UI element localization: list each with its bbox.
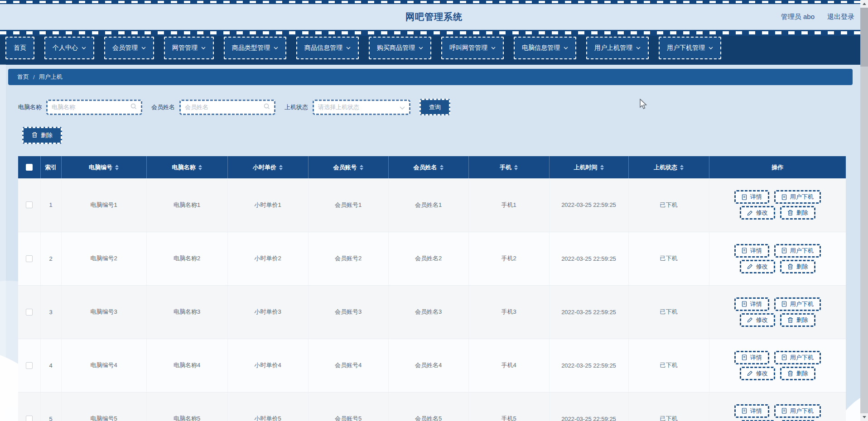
chevron-down-icon xyxy=(419,47,423,49)
vertical-scrollbar[interactable] xyxy=(860,0,868,421)
sort-icons[interactable] xyxy=(360,165,363,170)
table-row: 3 电脑编号3 电脑名称3 小时单价3 会员账号3 会员姓名3 手机3 2022… xyxy=(18,285,846,339)
main-nav: 首页 个人中心 会员管理 网管管理 商品类型管理 商品信息管理 购买商品管理 呼… xyxy=(0,36,868,65)
cell-status: 已下机 xyxy=(628,232,709,285)
select-all-cell xyxy=(18,156,40,178)
trash-icon xyxy=(787,370,793,377)
row-checkbox[interactable] xyxy=(26,362,33,369)
pencil-icon xyxy=(747,370,753,376)
nav-item-member-mgmt[interactable]: 会员管理 xyxy=(104,37,154,59)
row-delete-button[interactable]: 删除 xyxy=(780,260,815,273)
table-row: 5 电脑编号5 电脑名称5 小时单价5 会员账号5 会员姓名5 手机5 2022… xyxy=(18,392,846,421)
detail-button[interactable]: 详情 xyxy=(734,351,769,364)
cell-index: 4 xyxy=(40,339,61,392)
cell-computer-id: 电脑编号2 xyxy=(61,232,146,285)
sort-icons[interactable] xyxy=(514,165,518,170)
nav-item-personal-center[interactable]: 个人中心 xyxy=(44,37,94,59)
online-status-label: 上机状态 xyxy=(285,103,308,111)
detail-button[interactable]: 详情 xyxy=(734,244,769,258)
header-online-time[interactable]: 上机时间 xyxy=(549,156,628,178)
cell-status: 已下机 xyxy=(628,392,709,421)
nav-item-netadmin-mgmt[interactable]: 网管管理 xyxy=(164,37,214,59)
header-phone[interactable]: 手机 xyxy=(468,156,549,178)
header-computer-id[interactable]: 电脑编号 xyxy=(61,156,146,178)
nav-item-call-netadmin-mgmt[interactable]: 呼叫网管管理 xyxy=(441,37,504,59)
cell-computer-name: 电脑名称2 xyxy=(146,232,227,285)
nav-item-purchase-mgmt[interactable]: 购买商品管理 xyxy=(369,37,431,59)
user-offline-button[interactable]: 用户下机 xyxy=(774,190,821,204)
sort-icons[interactable] xyxy=(115,165,119,170)
member-name-input[interactable] xyxy=(185,104,264,110)
sort-icons[interactable] xyxy=(440,165,444,170)
header-computer-name[interactable]: 电脑名称 xyxy=(146,156,227,178)
mouse-cursor xyxy=(640,99,647,111)
header-online-status[interactable]: 上机状态 xyxy=(628,156,709,178)
header-hour-price[interactable]: 小时单价 xyxy=(227,156,308,178)
row-delete-button[interactable]: 删除 xyxy=(780,313,815,327)
nav-item-user-online-mgmt[interactable]: 用户上机管理 xyxy=(586,37,649,59)
cell-phone: 手机4 xyxy=(468,339,549,392)
header-actions: 操作 xyxy=(709,156,846,178)
detail-button[interactable]: 详情 xyxy=(734,297,769,311)
search-button[interactable]: 查询 xyxy=(420,99,450,115)
chevron-down-icon xyxy=(636,47,641,49)
row-checkbox[interactable] xyxy=(26,416,33,421)
document-icon xyxy=(742,301,747,307)
current-user-label: 管理员 abo xyxy=(781,13,815,21)
cell-online-time: 2022-03-25 22:59:25 xyxy=(549,392,628,421)
document-icon xyxy=(781,248,787,254)
arrow-up-icon xyxy=(863,3,866,5)
cell-member-account: 会员账号3 xyxy=(308,285,388,339)
edit-button[interactable]: 修改 xyxy=(740,260,775,273)
row-delete-button[interactable]: 删除 xyxy=(780,367,815,380)
sort-icons[interactable] xyxy=(279,165,283,170)
delete-button[interactable]: 删除 xyxy=(22,127,62,144)
table-header-row: 索引 电脑编号 电脑名称 小时单价 会员账号 会员姓名 手机 上机时间 上机状态… xyxy=(18,156,846,178)
row-checkbox[interactable] xyxy=(26,201,33,208)
user-offline-button[interactable]: 用户下机 xyxy=(774,351,821,364)
user-offline-button[interactable]: 用户下机 xyxy=(774,297,821,311)
user-offline-button[interactable]: 用户下机 xyxy=(774,404,821,418)
select-all-checkbox[interactable] xyxy=(26,164,33,171)
header-member-account[interactable]: 会员账号 xyxy=(308,156,388,178)
pencil-icon xyxy=(747,317,753,323)
cell-status: 已下机 xyxy=(628,285,709,339)
computer-name-input[interactable] xyxy=(52,104,130,110)
online-status-select[interactable]: 请选择上机状态 xyxy=(313,100,410,115)
cell-online-time: 2022-03-25 22:59:25 xyxy=(549,178,628,232)
mid-dashed-band xyxy=(0,30,868,36)
edit-button[interactable]: 修改 xyxy=(740,206,775,220)
chevron-down-icon xyxy=(709,47,713,49)
header-member-name[interactable]: 会员姓名 xyxy=(388,156,468,178)
cell-member-name: 会员姓名3 xyxy=(388,285,468,339)
row-checkbox[interactable] xyxy=(26,255,33,262)
nav-item-product-type-mgmt[interactable]: 商品类型管理 xyxy=(224,37,286,59)
document-icon xyxy=(781,194,787,200)
cell-hour-price: 小时单价2 xyxy=(227,232,308,285)
user-offline-button[interactable]: 用户下机 xyxy=(774,244,821,258)
row-delete-button[interactable]: 删除 xyxy=(780,206,815,220)
trash-icon xyxy=(32,132,38,139)
nav-item-user-offline-mgmt[interactable]: 用户下机管理 xyxy=(659,37,721,59)
sort-icons[interactable] xyxy=(600,165,604,170)
sort-icons[interactable] xyxy=(198,165,202,170)
cell-online-time: 2022-03-25 22:59:25 xyxy=(549,339,628,392)
breadcrumb-home[interactable]: 首页 xyxy=(17,73,29,81)
detail-button[interactable]: 详情 xyxy=(734,190,769,204)
nav-item-home[interactable]: 首页 xyxy=(5,37,34,59)
table-row: 2 电脑编号2 电脑名称2 小时单价2 会员账号2 会员姓名2 手机2 2022… xyxy=(18,232,846,285)
logout-link[interactable]: 退出登录 xyxy=(827,13,854,21)
row-checkbox[interactable] xyxy=(26,309,33,316)
edit-button[interactable]: 修改 xyxy=(740,313,775,327)
sort-icons[interactable] xyxy=(680,165,684,170)
edit-button[interactable]: 修改 xyxy=(740,367,775,380)
cell-member-name: 会员姓名1 xyxy=(388,178,468,232)
trash-icon xyxy=(787,317,793,323)
nav-item-computer-info-mgmt[interactable]: 电脑信息管理 xyxy=(514,37,576,59)
scroll-up-button[interactable] xyxy=(860,0,868,8)
scrollbar-thumb[interactable] xyxy=(860,8,868,67)
scroll-down-button[interactable] xyxy=(860,413,868,421)
detail-button[interactable]: 详情 xyxy=(734,404,769,418)
top-dashed-band xyxy=(0,0,868,4)
nav-item-product-info-mgmt[interactable]: 商品信息管理 xyxy=(296,37,359,59)
